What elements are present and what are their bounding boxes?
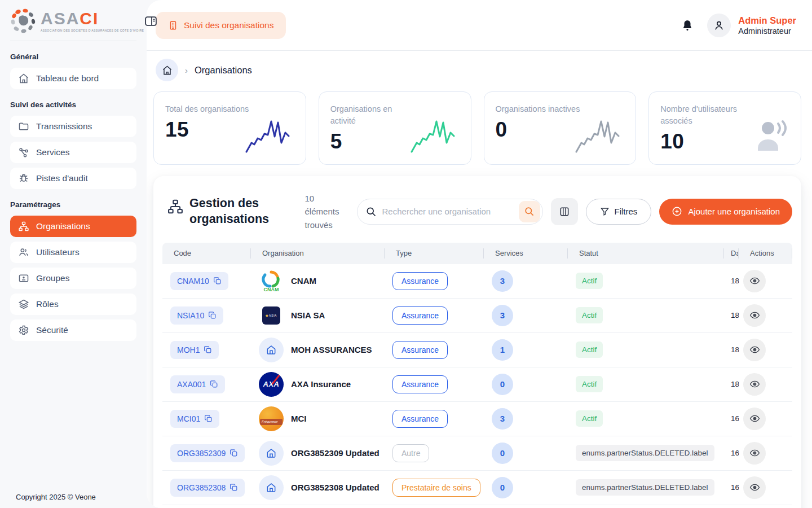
home-icon (266, 344, 277, 356)
column-header-date[interactable]: Da (724, 243, 739, 264)
copy-icon (208, 311, 217, 319)
bell-icon (681, 19, 694, 32)
sidebar-item-roles[interactable]: Rôles (10, 294, 136, 315)
date-cell: 16 (724, 449, 739, 457)
code-cell: MOH1 (162, 341, 251, 359)
stats-row: Total des organisations 15 Organisations… (147, 84, 812, 165)
date-text: 18 (731, 380, 739, 388)
breadcrumb-home-button[interactable] (156, 59, 178, 81)
sidebar-item-transmissions[interactable]: Transmissions (10, 116, 136, 137)
code-text: ORG3852308 (177, 483, 226, 492)
sparkline-green (410, 117, 460, 155)
user-menu[interactable]: Admin Super Administrateur (707, 14, 796, 37)
org-logo-generic (259, 475, 284, 500)
notifications-button[interactable] (681, 19, 694, 32)
copy-icon (210, 380, 218, 388)
organisation-cell: FréquenceMCI (251, 406, 385, 431)
statut-cell: Actif (568, 410, 724, 427)
view-details-button[interactable] (743, 339, 766, 361)
code-badge[interactable]: NSIA10 (170, 306, 223, 325)
user-role: Administrateur (738, 27, 796, 36)
plus-circle-icon (672, 206, 682, 217)
search-input[interactable] (357, 199, 543, 225)
org-logo-nsia: ◈NSIA (259, 303, 284, 328)
chevron-right-icon: › (185, 65, 188, 75)
code-badge[interactable]: ORG3852309 (170, 444, 245, 462)
sidebar-item-utilisateurs[interactable]: Utilisateurs (10, 242, 136, 263)
code-cell: NSIA10 (162, 306, 251, 325)
view-details-button[interactable] (743, 270, 766, 292)
building-icon (168, 20, 178, 30)
filters-button[interactable]: Filtres (586, 199, 652, 225)
actions-cell (739, 373, 792, 396)
code-badge[interactable]: MCI01 (170, 410, 219, 428)
view-details-button[interactable] (743, 476, 766, 499)
sparkline-gray (575, 117, 624, 155)
asaci-globe-icon (10, 8, 36, 34)
search-icon (524, 206, 535, 217)
gear-icon (18, 325, 29, 336)
column-header-statut[interactable]: Statut (568, 243, 724, 264)
table-row: ORG3852308ORG3852308 UpdatedPrestataire … (162, 471, 792, 505)
code-cell: ORG3852309 (162, 444, 251, 462)
eye-icon (749, 482, 760, 493)
column-header-organisation[interactable]: Organisation (251, 243, 385, 264)
column-header-services[interactable]: Services (484, 243, 568, 264)
search-icon (365, 206, 377, 217)
context-pill-button[interactable]: Suivi des organisations (156, 12, 286, 39)
actions-cell (739, 339, 792, 361)
sidebar-item-groupes[interactable]: Groupes (10, 268, 136, 289)
view-details-button[interactable] (743, 408, 766, 430)
svg-text:CNAM: CNAM (264, 287, 279, 292)
sidebar-item-services[interactable]: Services (10, 142, 136, 163)
statut-cell: Actif (568, 273, 724, 289)
type-cell: Assurance (385, 341, 484, 359)
code-badge[interactable]: CNAM10 (170, 272, 228, 290)
breadcrumb-current[interactable]: Organisations (195, 65, 252, 76)
column-header-code[interactable]: Code (162, 243, 251, 264)
columns-toggle-button[interactable] (551, 198, 578, 225)
panel-title: Gestion des organisations (189, 196, 291, 227)
date-text: 18 (731, 345, 739, 354)
type-cell: Autre (385, 444, 484, 462)
users-icon (18, 247, 29, 258)
code-badge[interactable]: MOH1 (170, 341, 219, 359)
date-cell: 18 (724, 380, 739, 388)
column-header-type[interactable]: Type (385, 243, 484, 264)
sidebar-item-label: Rôles (36, 299, 59, 309)
eye-icon (749, 310, 760, 321)
view-details-button[interactable] (743, 373, 766, 396)
sidebar-collapse-button[interactable] (144, 14, 158, 28)
code-badge[interactable]: AXA001 (170, 375, 225, 393)
add-organisation-button[interactable]: Ajouter une organisation (659, 199, 792, 225)
copy-icon (230, 483, 238, 492)
sparkline-navy (245, 117, 294, 155)
sidebar-item-securite[interactable]: Sécurité (10, 319, 136, 341)
services-cell: 0 (484, 477, 568, 498)
sidebar-item-pistes-audit[interactable]: Pistes d'audit (10, 168, 136, 189)
copy-icon (204, 345, 212, 354)
view-details-button[interactable] (743, 304, 766, 327)
date-text: 16 (731, 414, 739, 423)
search-submit-button[interactable] (519, 201, 540, 222)
copy-icon (213, 277, 222, 285)
organisation-cell: ◈NSIANSIA SA (251, 303, 385, 328)
actions-cell (739, 442, 792, 465)
services-count-badge: 0 (492, 477, 513, 498)
search-bar (357, 199, 543, 225)
code-text: CNAM10 (177, 277, 209, 286)
filters-label: Filtres (615, 207, 638, 216)
sidebar-item-tableau-de-bord[interactable]: Tableau de bord (10, 68, 136, 89)
organisation-cell: ORG3852309 Updated (251, 441, 385, 466)
services-cell: 3 (484, 270, 568, 292)
code-badge[interactable]: ORG3852308 (170, 479, 245, 497)
services-cell: 0 (484, 443, 568, 464)
view-details-button[interactable] (743, 442, 766, 465)
org-logo-generic (259, 441, 284, 466)
date-cell: 16 (724, 483, 739, 492)
type-badge: Assurance (392, 306, 448, 325)
type-cell: Assurance (385, 410, 484, 428)
sidebar-item-organisations[interactable]: Organisations (10, 216, 136, 237)
home-icon (162, 65, 173, 76)
status-badge: Actif (576, 410, 603, 427)
